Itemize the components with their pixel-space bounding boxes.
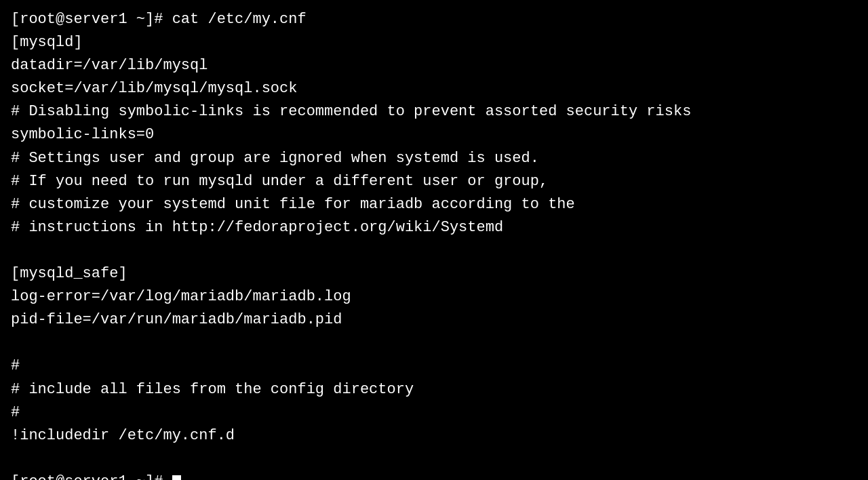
terminal-line: !includedir /etc/my.cnf.d: [11, 427, 235, 444]
terminal-line: #: [11, 357, 20, 374]
terminal-line: # customize your systemd unit file for m…: [11, 196, 575, 213]
terminal-line: log-error=/var/log/mariadb/mariadb.log: [11, 288, 351, 305]
terminal-line: # Disabling symbolic-links is recommende…: [11, 103, 691, 120]
terminal-line: # instructions in http://fedoraproject.o…: [11, 219, 503, 236]
terminal-line: pid-file=/var/run/mariadb/mariadb.pid: [11, 311, 342, 328]
terminal-line: [root@server1 ~]#: [11, 473, 172, 480]
terminal-line: # include all files from the config dire…: [11, 381, 414, 398]
terminal-cursor: [172, 475, 181, 480]
terminal-line: socket=/var/lib/mysql/mysql.sock: [11, 80, 297, 97]
terminal-line: [mysqld]: [11, 34, 83, 51]
terminal-line: [mysqld_safe]: [11, 265, 127, 282]
terminal-line: # Settings user and group are ignored wh…: [11, 150, 539, 167]
terminal-line: #: [11, 404, 20, 421]
terminal-line: datadir=/var/lib/mysql: [11, 57, 208, 74]
terminal-line: [root@server1 ~]# cat /etc/my.cnf: [11, 11, 307, 28]
terminal-window[interactable]: [root@server1 ~]# cat /etc/my.cnf [mysql…: [0, 0, 868, 480]
terminal-line: # If you need to run mysqld under a diff…: [11, 173, 548, 190]
terminal-line: symbolic-links=0: [11, 126, 154, 143]
